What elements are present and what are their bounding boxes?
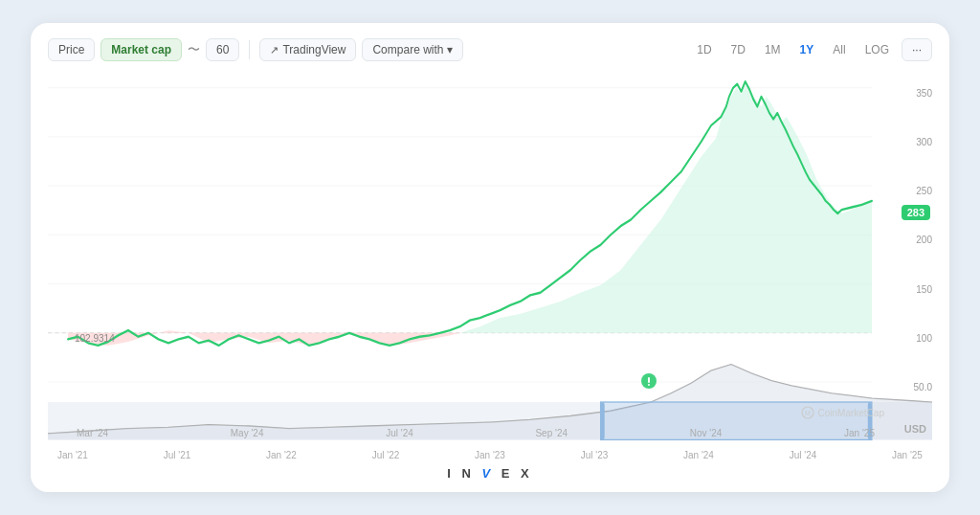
brand-footer: I N V E X	[48, 466, 932, 481]
nav-x-jan21: Jan '21	[57, 450, 88, 460]
navigator-x-axis: Jan '21 Jul '21 Jan '22 Jul '22 Jan '23 …	[48, 448, 932, 460]
x-label-may24: May '24	[231, 428, 264, 438]
main-card: Price Market cap 〜 60 ↗ TradingView Comp…	[31, 23, 949, 492]
x-label-nov24: Nov '24	[690, 428, 723, 438]
y-label-200: 200	[916, 235, 932, 245]
time-all[interactable]: All	[826, 39, 852, 60]
nav-x-jan25: Jan '25	[892, 450, 923, 460]
y-label-350: 350	[916, 88, 932, 99]
chart-container: 350 300 250 200 150 100 50.0 283 102.931…	[48, 69, 932, 446]
y-label-50: 50.0	[914, 382, 932, 392]
time-1y[interactable]: 1Y	[793, 39, 821, 60]
x-axis-labels: Mar '24 May '24 Jul '24 Sep '24 Nov '24 …	[77, 428, 875, 438]
y-label-100: 100	[916, 333, 932, 344]
divider-1	[249, 40, 250, 59]
time-1m[interactable]: 1M	[758, 39, 788, 60]
x-label-mar24: Mar '24	[77, 428, 108, 438]
x-label-jan25: Jan '25	[844, 428, 875, 438]
watermark: M CoinMarketCap	[801, 406, 884, 419]
nav-x-jul23: Jul '23	[581, 450, 609, 460]
nav-x-jan22: Jan '22	[266, 450, 297, 460]
nav-x-jul24: Jul '24	[790, 450, 817, 460]
more-button[interactable]: ···	[902, 38, 932, 61]
time-1d[interactable]: 1D	[690, 39, 718, 60]
x-label-sep24: Sep '24	[535, 428, 568, 438]
tradingview-icon: ↗	[270, 44, 278, 56]
price-chart	[48, 69, 932, 446]
price-button[interactable]: Price	[48, 38, 95, 61]
chevron-down-icon: ▾	[447, 43, 453, 56]
time-7d[interactable]: 7D	[724, 39, 752, 60]
start-price-label: 102.9314	[75, 333, 115, 344]
compare-button[interactable]: Compare with ▾	[362, 38, 463, 61]
toolbar: Price Market cap 〜 60 ↗ TradingView Comp…	[48, 38, 932, 61]
y-label-300: 300	[916, 137, 932, 147]
nav-x-jan24: Jan '24	[683, 450, 714, 460]
market-cap-button[interactable]: Market cap	[100, 38, 182, 61]
interval-button[interactable]: 60	[206, 38, 239, 61]
svg-rect-15	[648, 377, 650, 383]
svg-text:M: M	[805, 410, 811, 416]
x-label-jul24: Jul '24	[386, 428, 413, 438]
svg-point-16	[648, 384, 650, 386]
nav-x-jul21: Jul '21	[164, 450, 191, 460]
tradingview-button[interactable]: ↗ TradingView	[259, 38, 356, 61]
y-label-150: 150	[916, 284, 932, 295]
nav-x-jan23: Jan '23	[475, 450, 505, 460]
chart-icon: 〜	[188, 41, 200, 58]
nav-x-jul22: Jul '22	[372, 450, 400, 460]
brand-v: V	[481, 466, 494, 481]
chart-area: 350 300 250 200 150 100 50.0 283 102.931…	[48, 69, 932, 446]
event-marker[interactable]	[640, 372, 657, 393]
y-label-250: 250	[916, 186, 932, 196]
current-price-badge: 283	[902, 205, 930, 220]
time-log[interactable]: LOG	[858, 39, 896, 60]
currency-label: USD	[904, 423, 926, 435]
